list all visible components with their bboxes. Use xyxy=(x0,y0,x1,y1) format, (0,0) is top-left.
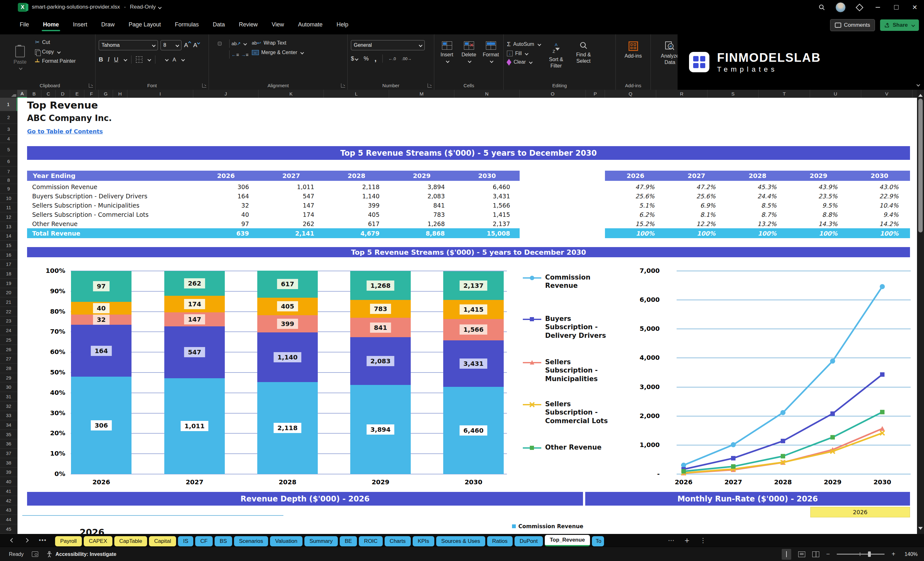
cell-pct[interactable]: 5.1% xyxy=(605,202,666,209)
zoom-in-button[interactable]: + xyxy=(891,550,896,558)
legend-entry[interactable]: Sellers Subscription - Commercial Lots xyxy=(523,400,618,425)
cell-pct[interactable]: 22.9% xyxy=(849,193,910,200)
tabs-scroll-right-icon[interactable] xyxy=(24,538,28,543)
cell-pct[interactable]: 8.7% xyxy=(727,211,788,218)
sheet-tab-capex[interactable]: CAPEX xyxy=(84,536,112,546)
zoom-level[interactable]: 140% xyxy=(902,552,918,557)
cell-value[interactable]: 1,566 xyxy=(454,202,520,209)
data-point-marker[interactable] xyxy=(780,410,786,415)
cell-pct[interactable]: 45.3% xyxy=(727,183,788,190)
total-value[interactable]: 4,679 xyxy=(324,230,389,237)
cell-pct[interactable]: 6.9% xyxy=(666,202,727,209)
cell-pct[interactable]: 8.1% xyxy=(666,211,727,218)
tabs-more-icon[interactable]: ••• xyxy=(39,537,47,544)
data-point-marker[interactable] xyxy=(880,426,885,431)
data-point-marker[interactable] xyxy=(681,463,686,468)
cell-value[interactable]: 6,460 xyxy=(454,183,520,190)
data-point-marker[interactable] xyxy=(880,284,885,289)
page-layout-view-button[interactable] xyxy=(798,552,805,557)
cell-pct[interactable]: 15.2% xyxy=(605,220,666,227)
sheet-tab-top-revenue[interactable]: Top_Revenue xyxy=(545,535,590,546)
cell-pct[interactable]: 14.3% xyxy=(788,220,849,227)
sheet-tab-captable[interactable]: CapTable xyxy=(114,536,147,546)
data-point-marker[interactable] xyxy=(781,439,785,443)
cell-pct[interactable]: 13.2% xyxy=(727,220,788,227)
cell-value[interactable]: 783 xyxy=(389,211,454,218)
sheet-tab-bs[interactable]: BS xyxy=(214,536,232,546)
line-series[interactable] xyxy=(684,429,882,473)
cell-value[interactable]: 1,140 xyxy=(324,193,389,200)
accessibility-status[interactable]: Accessibility: Investigate xyxy=(46,551,116,558)
cell-value[interactable]: 174 xyxy=(258,211,324,218)
sheet-tab-sources-uses[interactable]: Sources & Uses xyxy=(436,536,485,546)
cell-value[interactable]: 3,431 xyxy=(454,193,520,200)
tabs-scroll-left-icon[interactable] xyxy=(10,538,15,543)
total-value[interactable]: 2,141 xyxy=(258,230,324,237)
cell-pct[interactable]: 47.9% xyxy=(605,183,666,190)
sheet-tab-ratios[interactable]: Ratios xyxy=(487,536,513,546)
total-pct[interactable]: 100% xyxy=(727,230,788,237)
cell-pct[interactable]: 43.9% xyxy=(788,183,849,190)
sheet-area[interactable]: Top Revenue ABC Company Inc. Go to Table… xyxy=(0,0,917,534)
cell-value[interactable]: 164 xyxy=(193,193,258,200)
total-value[interactable]: 639 xyxy=(193,230,258,237)
sheet-tab-charts[interactable]: Charts xyxy=(385,536,411,546)
data-point-marker[interactable] xyxy=(830,435,835,440)
sheet-tab-summary[interactable]: Summary xyxy=(304,536,338,546)
vertical-scrollbar[interactable] xyxy=(917,90,924,534)
new-sheet-button[interactable]: + xyxy=(684,536,689,545)
cell-value[interactable]: 2,083 xyxy=(389,193,454,200)
legend-entry[interactable]: Buyers Subscription - Delivery Drivers xyxy=(523,315,618,340)
cell-pct[interactable]: 25.6% xyxy=(605,193,666,200)
zoom-out-button[interactable]: − xyxy=(826,550,830,558)
total-value[interactable]: 15,008 xyxy=(454,230,520,237)
cell-value[interactable]: 147 xyxy=(258,202,324,209)
cell-pct[interactable]: 14.2% xyxy=(849,220,910,227)
cell-value[interactable]: 3,894 xyxy=(389,183,454,190)
sheet-tab-valuation[interactable]: Valuation xyxy=(270,536,303,546)
data-point-marker[interactable] xyxy=(781,454,785,459)
sheet-tab-roic[interactable]: ROIC xyxy=(359,536,383,546)
cell-pct[interactable]: 9.4% xyxy=(849,211,910,218)
cell-value[interactable]: 1,415 xyxy=(454,211,520,218)
total-value[interactable]: 8,868 xyxy=(389,230,454,237)
sheet-tab-capital[interactable]: Capital xyxy=(149,536,176,546)
cell-value[interactable]: 2,118 xyxy=(324,183,389,190)
more-sheets-icon[interactable]: ⋯ xyxy=(668,537,674,544)
data-point-marker[interactable] xyxy=(731,464,735,469)
cell-value[interactable]: 399 xyxy=(324,202,389,209)
cell-pct[interactable]: 9.5% xyxy=(788,202,849,209)
legend-entry[interactable]: Commission Revenue xyxy=(523,273,618,290)
cell-pct[interactable]: 47.2% xyxy=(666,183,727,190)
cell-pct[interactable]: 43.0% xyxy=(849,183,910,190)
cell-pct[interactable]: 25.6% xyxy=(666,193,727,200)
cell-pct[interactable]: 10.4% xyxy=(849,202,910,209)
sheet-tab-is[interactable]: IS xyxy=(178,536,193,546)
sheet-tab-be[interactable]: BE xyxy=(340,536,357,546)
cell-value[interactable]: 32 xyxy=(193,202,258,209)
data-point-marker[interactable] xyxy=(681,469,686,474)
scroll-down-icon[interactable] xyxy=(918,527,923,532)
total-pct[interactable]: 100% xyxy=(605,230,666,237)
data-point-marker[interactable] xyxy=(830,411,835,416)
cell-value[interactable]: 40 xyxy=(193,211,258,218)
cell-pct[interactable]: 24.4% xyxy=(727,193,788,200)
sheet-tab-kpis[interactable]: KPIs xyxy=(412,536,434,546)
cell-value[interactable]: 547 xyxy=(258,193,324,200)
total-pct[interactable]: 100% xyxy=(849,230,910,237)
data-point-marker[interactable] xyxy=(880,372,885,376)
data-point-marker[interactable] xyxy=(880,410,885,414)
legend-entry[interactable]: Sellers Subscription - Municipalities xyxy=(523,358,618,383)
sheet-tab-dupont[interactable]: DuPont xyxy=(514,536,543,546)
toc-link[interactable]: Go to Table of Contents xyxy=(27,128,103,135)
cell-pct[interactable]: 8.5% xyxy=(727,202,788,209)
sheet-tab-cf[interactable]: CF xyxy=(195,536,213,546)
zoom-slider[interactable] xyxy=(837,554,885,555)
macro-record-icon[interactable] xyxy=(32,552,38,557)
cell-value[interactable]: 306 xyxy=(193,183,258,190)
cell-value[interactable]: 97 xyxy=(193,220,258,227)
line-series[interactable] xyxy=(684,286,882,465)
legend-entry[interactable]: Other Revenue xyxy=(523,443,618,452)
sheet-tab-scenarios[interactable]: Scenarios xyxy=(234,536,268,546)
scroll-up-icon[interactable] xyxy=(918,92,923,97)
